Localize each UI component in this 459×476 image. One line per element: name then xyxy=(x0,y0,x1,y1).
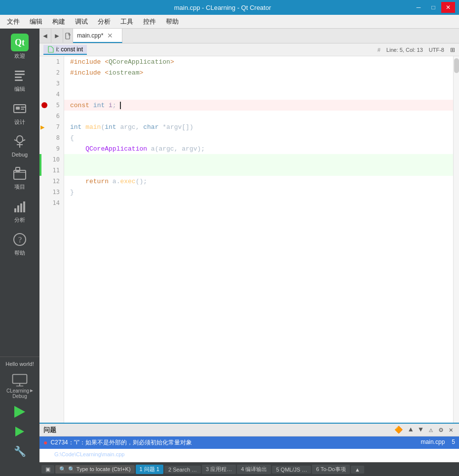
menu-tools[interactable]: 工具 xyxy=(115,15,138,28)
vertical-scrollbar[interactable] xyxy=(453,56,459,423)
problems-label: 1 问题 1 xyxy=(140,466,159,473)
build-label: 4 编译输出 xyxy=(241,466,267,473)
tab-info: # Line: 5, Col: 13 UTF-8 ⊞ xyxy=(378,46,455,53)
tab-label: main.cpp* xyxy=(77,32,103,39)
panel-actions: 🔶 ▲ ▼ ⚠ ⚙ ✕ xyxy=(392,425,455,435)
status-qml[interactable]: 5 QML/JS … xyxy=(272,466,311,474)
sidebar-item-design[interactable]: 设计 xyxy=(2,97,38,129)
code-line-14 xyxy=(64,198,453,208)
sidebar-debug-label: Debug xyxy=(12,152,28,158)
line-col-info: Line: 5, Col: 13 xyxy=(386,47,423,53)
svg-rect-8 xyxy=(17,136,23,143)
panel-title: 问题 xyxy=(43,426,56,435)
error-code: C2734 xyxy=(50,439,68,446)
locate-input[interactable]: 🔍 🔍 Type to locate (Ctrl+K) xyxy=(55,465,135,474)
sidebar-item-debug[interactable]: Debug xyxy=(2,130,38,160)
hello-world-text: Hello world! xyxy=(3,359,36,369)
code-editor[interactable]: 1 2 3 4 5 6 ▶ 7 8 9 10 xyxy=(39,56,459,423)
svg-rect-6 xyxy=(21,107,26,108)
sidebar-item-analyze[interactable]: 分析 xyxy=(2,195,38,227)
line-num-5: 5 xyxy=(39,100,64,111)
qt-logo-icon: Qt xyxy=(10,34,30,51)
sidebar-item-welcome[interactable]: Qt 欢迎 xyxy=(2,31,38,63)
code-content[interactable]: #include <QCoreApplication> #include <io… xyxy=(64,56,453,423)
run-debug-button[interactable] xyxy=(11,423,29,440)
menu-debug[interactable]: 调试 xyxy=(70,15,93,28)
build-button[interactable]: 🔧 xyxy=(11,442,29,460)
sidebar-item-project[interactable]: 项目 xyxy=(2,161,38,194)
breadcrumb-tab[interactable]: i: const int xyxy=(43,45,87,55)
status-build[interactable]: 4 编译输出 xyxy=(237,465,271,474)
code-line-5: const int i; xyxy=(64,100,453,111)
sidebar-project-label: 项目 xyxy=(14,183,25,191)
menu-build[interactable]: 构建 xyxy=(47,15,70,28)
locate-label: 🔍 Type to locate (Ctrl+K) xyxy=(68,466,131,473)
scrollbar-thumb[interactable] xyxy=(454,58,459,73)
svg-rect-15 xyxy=(14,208,16,212)
edit-icon xyxy=(10,67,30,84)
menu-help[interactable]: 帮助 xyxy=(161,15,184,28)
sidebar-analyze-label: 分析 xyxy=(14,216,25,224)
close-button[interactable]: ✕ xyxy=(441,2,455,13)
extra-btn[interactable]: ⊞ xyxy=(450,46,455,53)
code-line-11 xyxy=(64,165,453,176)
menu-file[interactable]: 文件 xyxy=(2,15,25,28)
menu-edit[interactable]: 编辑 xyxy=(25,15,47,28)
panel-down-btn[interactable]: ▼ xyxy=(417,425,424,435)
error-row[interactable]: ● C2734："i"：如果不是外部的，则必须初始化常量对象 main.cpp … xyxy=(39,436,459,449)
error-detail: "i"：如果不是外部的，则必须初始化常量对象 xyxy=(74,439,192,446)
svg-rect-16 xyxy=(17,205,19,212)
minimize-button[interactable]: ─ xyxy=(412,2,425,13)
breadcrumb-file-icon xyxy=(47,46,54,53)
sidebar-welcome-label: 欢迎 xyxy=(14,52,25,60)
project-selector[interactable]: CLearning ▶ Debug xyxy=(2,371,38,401)
panel-up-btn[interactable]: ▲ xyxy=(407,425,415,435)
line-num-13: 13 xyxy=(39,187,64,198)
svg-rect-17 xyxy=(20,203,22,212)
line-num-6: 6 xyxy=(39,111,64,121)
menu-analyze[interactable]: 分析 xyxy=(93,15,115,28)
sidebar-item-edit[interactable]: 编辑 xyxy=(2,64,38,96)
change-bar-10 xyxy=(39,154,41,165)
line-num-2: 2 xyxy=(39,67,64,78)
tab-main-cpp[interactable]: main.cpp* ✕ xyxy=(73,29,122,43)
error-message: C2734："i"：如果不是外部的，则必须初始化常量对象 xyxy=(50,438,418,447)
status-problems[interactable]: 1 问题 1 xyxy=(136,465,163,474)
tab-bar: ◀ ▶ main.cpp* ✕ xyxy=(39,29,459,43)
status-expand[interactable]: ▲ xyxy=(351,466,364,474)
status-todo[interactable]: 6 To-Do事项 xyxy=(312,465,349,474)
app-label: 3 应用程… xyxy=(206,466,232,473)
analyze-icon xyxy=(10,198,30,215)
tab-close-button[interactable]: ✕ xyxy=(107,32,113,40)
line-num-8: 8 xyxy=(39,132,64,143)
help-icon: ? xyxy=(10,231,30,248)
tab-forward-button[interactable]: ▶ xyxy=(51,29,63,43)
design-icon xyxy=(10,100,30,118)
search-icon: 🔍 xyxy=(59,466,66,473)
maximize-button[interactable]: □ xyxy=(426,2,440,13)
line-num-10: 10 xyxy=(39,154,64,165)
encoding-info: UTF-8 xyxy=(429,47,444,53)
status-search[interactable]: 2 Search … xyxy=(164,466,201,474)
status-app[interactable]: 3 应用程… xyxy=(202,465,236,474)
svg-rect-22 xyxy=(13,374,27,383)
sidebar-item-help[interactable]: ? 帮助 xyxy=(2,228,38,260)
project-name: CLearning xyxy=(6,388,29,394)
wrench-icon: 🔧 xyxy=(14,445,26,458)
status-bar: ▣ 🔍 🔍 Type to locate (Ctrl+K) 1 问题 1 2 S… xyxy=(39,462,459,476)
code-line-9: QCoreApplication a(argc, argv); xyxy=(64,143,453,154)
tab-back-button[interactable]: ◀ xyxy=(39,29,51,43)
error-line: 5 xyxy=(452,438,455,445)
change-bar-11 xyxy=(39,165,41,176)
panel-filter-btn[interactable]: 🔶 xyxy=(392,425,405,435)
main-layout: Qt 欢迎 编辑 设计 Debug 项目 xyxy=(0,29,459,476)
panel-close-btn[interactable]: ✕ xyxy=(447,425,455,435)
menu-controls[interactable]: 控件 xyxy=(138,15,161,28)
status-monitor[interactable]: ▣ xyxy=(41,465,54,474)
line-num-11: 11 xyxy=(39,165,64,176)
panel-settings-btn[interactable]: ⚙ xyxy=(437,425,445,435)
panel-warning-btn[interactable]: ⚠ xyxy=(427,425,435,435)
sidebar-help-label: 帮助 xyxy=(14,249,25,257)
line-num-1: 1 xyxy=(39,56,64,67)
run-button[interactable] xyxy=(11,403,29,421)
